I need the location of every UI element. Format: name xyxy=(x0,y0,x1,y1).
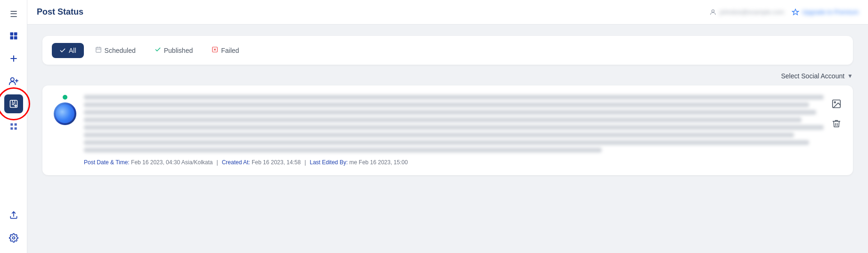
failed-icon xyxy=(212,46,218,54)
svg-point-7 xyxy=(12,237,15,239)
post-avatar-area xyxy=(54,95,76,125)
svg-rect-0 xyxy=(10,33,13,36)
filter-tabs: All Scheduled Published Failed xyxy=(42,36,853,65)
content-area: All Scheduled Published Failed xyxy=(27,25,868,253)
upgrade-area: Upgrade to Premium xyxy=(792,8,859,16)
sidebar-item-dashboard[interactable] xyxy=(4,26,23,45)
created-at-value: Feb 16 2023, 14:58 xyxy=(250,159,301,166)
svg-rect-9 xyxy=(96,47,101,52)
post-date-label: Post Date & Time: xyxy=(84,159,130,166)
svg-point-8 xyxy=(712,9,714,12)
social-account-row: Select Social Account ▼ xyxy=(42,72,853,80)
sidebar-item-add-user[interactable] xyxy=(4,72,23,91)
svg-rect-2 xyxy=(10,36,13,40)
post-text xyxy=(84,95,824,152)
sidebar-item-widgets[interactable] xyxy=(4,117,23,136)
header: Post Status johndoe@example.com Upgrade … xyxy=(27,0,868,25)
user-email: johndoe@example.com xyxy=(709,8,784,16)
header-right: johndoe@example.com Upgrade to Premium xyxy=(709,8,859,16)
status-dot xyxy=(63,95,67,100)
published-icon xyxy=(155,46,161,54)
separator-1: | xyxy=(217,159,218,166)
avatar xyxy=(54,102,76,125)
upgrade-label[interactable]: Upgrade to Premium xyxy=(802,8,859,16)
sidebar-item-post-status[interactable] xyxy=(4,94,23,113)
post-date-value: Feb 16 2023, 04:30 Asia/Kolkata xyxy=(130,159,213,166)
last-edited-label: Last Edited By: xyxy=(310,159,348,166)
sidebar-item-add[interactable] xyxy=(4,49,23,68)
main-area: Post Status johndoe@example.com Upgrade … xyxy=(27,0,868,253)
sidebar-item-settings[interactable] xyxy=(4,228,23,247)
svg-rect-5 xyxy=(10,101,17,108)
svg-rect-1 xyxy=(14,33,17,36)
svg-rect-3 xyxy=(14,36,17,40)
menu-icon[interactable]: ☰ xyxy=(5,6,22,23)
sidebar-item-upload[interactable] xyxy=(4,206,23,225)
filter-failed-button[interactable]: Failed xyxy=(204,42,246,58)
select-social-account-button[interactable]: Select Social Account ▼ xyxy=(781,72,853,80)
svg-point-12 xyxy=(834,101,835,103)
svg-point-4 xyxy=(10,78,14,81)
sidebar: ☰ xyxy=(0,0,27,253)
chevron-down-icon: ▼ xyxy=(847,73,853,79)
filter-scheduled-button[interactable]: Scheduled xyxy=(88,42,143,58)
view-image-button[interactable] xyxy=(831,99,842,111)
delete-button[interactable] xyxy=(832,119,841,131)
filter-all-button[interactable]: All xyxy=(52,43,84,58)
filter-published-button[interactable]: Published xyxy=(147,42,201,58)
post-actions xyxy=(831,95,842,131)
page-title: Post Status xyxy=(37,7,704,17)
post-meta: Post Date & Time: Feb 16 2023, 04:30 Asi… xyxy=(84,159,824,166)
last-edited-value: me Feb 16 2023, 15:00 xyxy=(348,159,408,166)
post-card: Post Date & Time: Feb 16 2023, 04:30 Asi… xyxy=(42,85,853,175)
separator-2: | xyxy=(304,159,306,166)
post-content-area: Post Date & Time: Feb 16 2023, 04:30 Asi… xyxy=(84,95,824,166)
created-at-label: Created At: xyxy=(222,159,250,166)
scheduled-icon xyxy=(95,46,102,54)
